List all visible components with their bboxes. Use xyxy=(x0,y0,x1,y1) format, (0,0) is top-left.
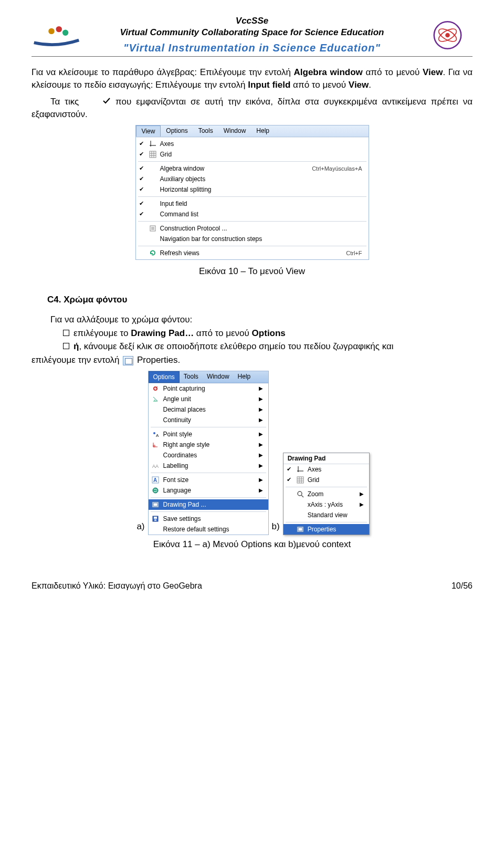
bullet-icon xyxy=(63,343,69,349)
menu-item-label: Coordinates xyxy=(163,452,256,459)
menu-separator xyxy=(138,246,366,246)
svg-rect-31 xyxy=(154,517,157,519)
menu-item-label: xAxis : yAxis xyxy=(308,501,356,508)
section-c4-heading: C4. Χρώμα φόντου xyxy=(47,295,472,305)
svg-point-2 xyxy=(62,29,68,35)
svg-point-40 xyxy=(298,491,302,496)
menu-item-label: Command list xyxy=(160,211,366,218)
menu-item-label: Drawing Pad ... xyxy=(163,501,266,508)
bold-text: Drawing Pad… xyxy=(131,328,194,338)
menu-item[interactable]: Decimal places▶ xyxy=(149,404,268,415)
menu-item[interactable]: ✔Algebra windowCtrl+Mayúsculas+A xyxy=(136,163,369,174)
svg-rect-43 xyxy=(298,528,302,531)
chevron-right-icon: ▶ xyxy=(259,477,266,483)
menu-item[interactable]: ✔Grid xyxy=(284,475,369,485)
check-icon: ✔ xyxy=(286,466,293,473)
page-header: VccSSe Virtual Community Collaborating S… xyxy=(32,16,472,54)
menubar-item[interactable]: Options xyxy=(161,125,193,137)
menu-item[interactable]: Standard view xyxy=(284,510,369,520)
menu-item-label: Refresh views xyxy=(160,249,343,257)
check-icon xyxy=(83,96,111,108)
menu-item[interactable]: Continuity▶ xyxy=(149,415,268,425)
menu-item[interactable]: AALabelling▶ xyxy=(149,460,268,471)
angle-icon xyxy=(151,395,160,403)
pointcap-icon xyxy=(151,384,160,393)
bullets-intro: Για να αλλάξουμε το χρώμα φόντου: xyxy=(32,313,472,326)
svg-text:A: A xyxy=(155,464,159,469)
blank-icon xyxy=(149,210,157,218)
menubar-item[interactable]: Window xyxy=(218,125,251,137)
menubar-item[interactable]: View xyxy=(136,125,161,137)
menu-item[interactable]: ✔Grid xyxy=(136,149,369,160)
svg-point-0 xyxy=(48,28,54,34)
menu-item-label: Properties xyxy=(308,526,367,533)
chevron-right-icon: ▶ xyxy=(360,491,367,497)
menu-item-label: Auxiliary objects xyxy=(160,175,366,183)
menu-item[interactable]: ✔Command list xyxy=(136,209,369,219)
menu-item[interactable]: ✔Input field xyxy=(136,198,369,209)
menu-item[interactable]: Properties xyxy=(284,524,369,535)
svg-rect-29 xyxy=(153,503,158,506)
chevron-right-icon: ▶ xyxy=(259,463,266,468)
paragraph-2: Τα τικς που εμφανίζονται σε αυτή την εικ… xyxy=(32,96,472,121)
bold-text: View xyxy=(349,80,369,90)
check-icon: ✔ xyxy=(138,140,145,147)
menu-item-label: Decimal places xyxy=(163,406,256,413)
caption-1: Εικόνα 10 – Το μενού View xyxy=(32,266,472,277)
paragraph-1: Για να κλείσουμε το παράθυρο άλγεβρας: Ε… xyxy=(32,66,472,91)
svg-point-20 xyxy=(153,432,155,434)
menu-item-label: Labelling xyxy=(163,462,256,469)
menubar-item[interactable]: Window xyxy=(203,371,234,383)
menu-item[interactable]: Angle unit▶ xyxy=(149,394,268,404)
blank-icon xyxy=(149,185,157,194)
menu-item[interactable]: Drawing Pad ... xyxy=(149,499,268,510)
menu-item-label: Font size xyxy=(163,476,256,484)
menubar-item[interactable]: Tools xyxy=(193,125,218,137)
zoom-icon xyxy=(296,490,304,498)
menu-item[interactable]: ✔Auxiliary objects xyxy=(136,174,369,184)
header-subtitle: "Virtual Instrumentation in Science Educ… xyxy=(87,42,417,54)
menubar-item[interactable]: Options xyxy=(149,371,180,383)
menu-item-label: Language xyxy=(163,487,256,494)
menubar-item[interactable]: Tools xyxy=(180,371,203,383)
menu-item-label: Zoom xyxy=(308,490,356,498)
header-title-1: VccSSe xyxy=(87,16,417,26)
menu-item[interactable]: Coordinates▶ xyxy=(149,450,268,460)
bold-text: Input field xyxy=(248,80,290,90)
menu-item[interactable]: Language▶ xyxy=(149,485,268,496)
svg-rect-32 xyxy=(154,519,156,521)
page-footer: Εκπαιδευτικό Υλικό: Εισαγωγή στο GeoGebr… xyxy=(32,581,472,591)
menu-item[interactable]: xAxis : yAxis▶ xyxy=(284,499,369,510)
bold-text: View xyxy=(423,67,443,77)
menu-item[interactable]: Save settings xyxy=(149,514,268,524)
menu-item-label: Navigation bar for construction steps xyxy=(160,235,366,243)
menu-item[interactable]: Zoom▶ xyxy=(284,489,369,499)
menubar-item[interactable]: Help xyxy=(234,371,255,383)
menu-item[interactable]: ✔Horizontal splitting xyxy=(136,184,369,195)
label-b: b) xyxy=(270,521,282,532)
svg-text:A: A xyxy=(156,433,159,438)
menu-item-label: Algebra window xyxy=(160,165,309,172)
svg-point-1 xyxy=(56,26,62,32)
menu-separator xyxy=(151,497,266,498)
blank-icon xyxy=(151,405,160,414)
menu-item[interactable]: ✔Axes xyxy=(136,139,369,149)
chevron-right-icon: ▶ xyxy=(259,396,266,402)
menu-item[interactable]: Navigation bar for construction steps xyxy=(136,234,369,244)
menu-item[interactable]: Restore default settings xyxy=(149,524,268,535)
menu-item[interactable]: Point capturing▶ xyxy=(149,383,268,394)
menu-item[interactable]: APoint style▶ xyxy=(149,429,268,439)
check-icon: ✔ xyxy=(138,165,145,172)
menu-item[interactable]: Construction Protocol ... xyxy=(136,223,369,234)
menubar-item[interactable]: Help xyxy=(251,125,275,137)
menu-item-label: Point capturing xyxy=(163,385,256,392)
text: από το μενού xyxy=(290,80,348,90)
menu-item[interactable]: AFont size▶ xyxy=(149,475,268,485)
menu-item[interactable]: Right angle style▶ xyxy=(149,439,268,450)
menu-item[interactable]: Refresh viewsCtrl+F xyxy=(136,248,369,258)
menu-separator xyxy=(286,487,367,487)
menu-item[interactable]: ✔Axes xyxy=(284,464,369,475)
chevron-right-icon: ▶ xyxy=(259,452,266,458)
footer-right: 10/56 xyxy=(452,581,472,591)
text: Για να κλείσουμε το παράθυρο άλγεβρας: Ε… xyxy=(32,67,294,77)
